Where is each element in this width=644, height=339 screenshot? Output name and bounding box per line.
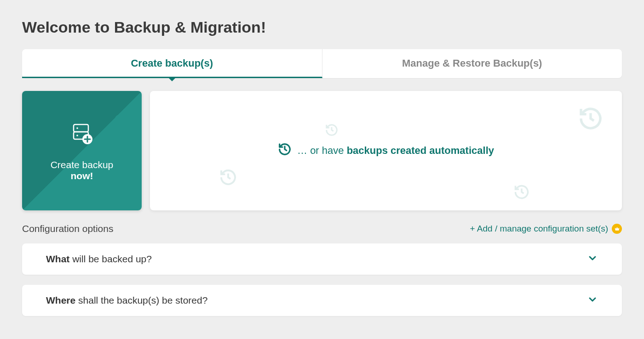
tab-create-backups[interactable]: Create backup(s) [22,49,322,78]
history-icon [325,123,339,139]
history-icon [278,142,292,159]
svg-point-3 [76,135,78,136]
history-icon [513,184,530,202]
accordion-what[interactable]: What will be backed up? [22,243,622,275]
config-options-label: Configuration options [22,223,113,234]
add-config-link-text: + Add / manage configuration set(s) [470,224,608,234]
auto-backup-label: … or have backups created automatically [278,142,494,159]
create-now-label-line2: now! [71,170,93,181]
add-config-link[interactable]: + Add / manage configuration set(s) [470,224,622,234]
chevron-down-icon [587,253,598,266]
chevron-down-icon [587,294,598,307]
create-now-label-line1: Create backup [51,159,114,170]
tabs-container: Create backup(s) Manage & Restore Backup… [22,49,622,78]
accordion-where-title: Where shall the backup(s) be stored? [46,295,207,306]
page-title: Welcome to Backup & Migration! [22,18,622,36]
create-backup-now-button[interactable]: Create backup now! [22,91,142,210]
svg-point-2 [76,127,78,129]
crown-icon [612,224,622,234]
tab-manage-restore[interactable]: Manage & Restore Backup(s) [322,49,622,78]
auto-prefix-text: … or have [297,145,347,156]
action-row: Create backup now! … or have backups cre… [22,91,622,210]
auto-bold-text: backups created automatically [347,145,494,156]
history-icon [219,168,237,188]
auto-backup-button[interactable]: … or have backups created automatically [150,91,622,210]
history-icon [578,106,604,133]
accordion-where[interactable]: Where shall the backup(s) be stored? [22,285,622,316]
config-header: Configuration options + Add / manage con… [22,223,622,234]
server-plus-icon [67,120,97,151]
accordion-what-title: What will be backed up? [46,254,152,265]
svg-rect-0 [74,124,88,132]
